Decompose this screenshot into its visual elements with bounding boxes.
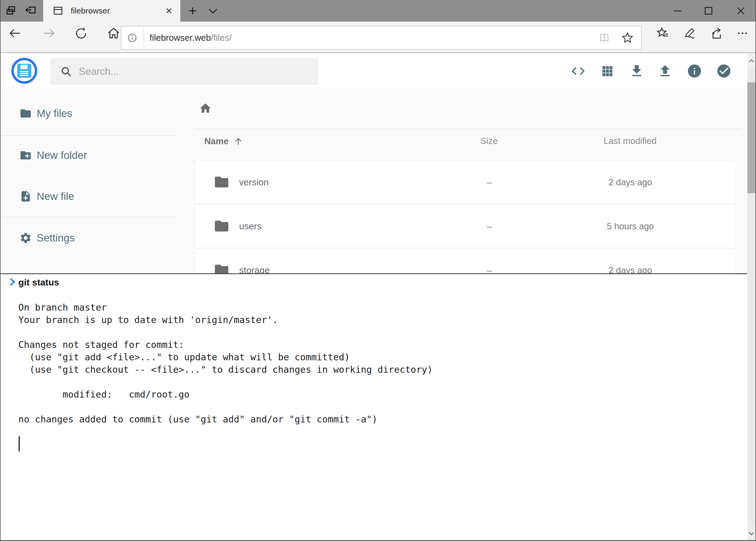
- search-placeholder: Search...: [79, 66, 119, 77]
- maximize-button[interactable]: [696, 0, 721, 22]
- url-host: filebrowser.web: [149, 33, 211, 43]
- browser-tab[interactable]: filebrowser ×: [43, 0, 180, 22]
- sidebar-item-label: New folder: [37, 149, 87, 161]
- file-modified: 2 days ago: [524, 177, 736, 188]
- set-tabs-aside-icon[interactable]: [25, 5, 37, 18]
- file-size: –: [454, 221, 524, 232]
- new-folder-icon: [19, 149, 32, 162]
- favorite-star-icon[interactable]: [621, 31, 634, 44]
- select-multiple-button[interactable]: [716, 63, 732, 79]
- file-list: version – 2 days ago users – 5 hours ago…: [195, 160, 736, 291]
- close-tab-icon[interactable]: ×: [165, 5, 172, 16]
- divider: [1, 217, 175, 218]
- page-icon: [52, 5, 64, 16]
- app-logo[interactable]: [11, 58, 37, 84]
- code-view-button[interactable]: [570, 63, 586, 79]
- hub-favorites-icon[interactable]: [655, 26, 670, 41]
- tab-title: filebrowser: [71, 6, 165, 15]
- file-name: users: [239, 221, 262, 232]
- folder-icon: [213, 174, 230, 190]
- address-bar[interactable]: filebrowser.web/files/: [121, 26, 641, 50]
- download-button[interactable]: [629, 63, 645, 79]
- terminal-command: git status: [18, 276, 59, 288]
- grid-view-button[interactable]: [599, 63, 616, 79]
- tab-preview-icon[interactable]: [5, 5, 17, 18]
- file-name: version: [239, 177, 269, 188]
- home-button[interactable]: [106, 26, 121, 41]
- sidebar-item-label: My files: [37, 108, 72, 119]
- folder-icon: [19, 107, 32, 120]
- browser-window: filebrowser × + filebrowser.web/files/: [0, 0, 756, 541]
- upload-button[interactable]: [657, 63, 673, 79]
- floppy-disk-icon: [17, 64, 31, 78]
- new-tab-button[interactable]: +: [184, 2, 201, 19]
- sidebar-item-new-folder[interactable]: New folder: [0, 145, 174, 166]
- sidebar-item-label: New file: [37, 191, 74, 202]
- settings-icon: [19, 232, 32, 244]
- search-box[interactable]: Search...: [50, 58, 319, 85]
- terminal-output: On branch master Your branch is up to da…: [18, 301, 433, 425]
- terminal-prompt-icon: [7, 276, 18, 288]
- scroll-down-button[interactable]: [747, 526, 755, 541]
- scroll-up-button[interactable]: [747, 54, 755, 69]
- minimize-button[interactable]: [665, 0, 690, 22]
- column-header-modified[interactable]: Last modified: [524, 136, 736, 146]
- refresh-button[interactable]: [74, 26, 89, 41]
- url-text[interactable]: filebrowser.web/files/: [149, 33, 599, 43]
- sidebar-item-new-file[interactable]: New file: [0, 186, 174, 207]
- divider: [195, 129, 741, 129]
- divider: [1, 135, 175, 136]
- forward-button[interactable]: [41, 26, 56, 41]
- scroll-thumb[interactable]: [747, 82, 755, 193]
- sidebar-item-settings[interactable]: Settings: [0, 227, 174, 249]
- sidebar-item-label: Settings: [37, 232, 75, 244]
- tab-dropdown-icon[interactable]: [206, 6, 220, 17]
- scrollbar[interactable]: [747, 54, 755, 541]
- site-info-icon[interactable]: [126, 31, 139, 44]
- breadcrumb-home-icon[interactable]: [199, 102, 212, 116]
- file-list-header: Name Size Last modified: [195, 134, 736, 153]
- terminal-cursor[interactable]: [19, 436, 20, 451]
- share-icon[interactable]: [708, 26, 724, 41]
- more-icon[interactable]: [735, 26, 750, 41]
- web-notes-pen-icon[interactable]: [682, 26, 697, 41]
- divider: [143, 29, 144, 46]
- close-button[interactable]: [729, 0, 753, 22]
- file-modified: 5 hours ago: [524, 221, 736, 232]
- info-button[interactable]: [686, 63, 702, 79]
- new-file-icon: [19, 190, 32, 203]
- column-header-label: Name: [204, 136, 229, 146]
- back-button[interactable]: [8, 26, 23, 41]
- file-size: –: [454, 177, 524, 188]
- column-header-size[interactable]: Size: [454, 136, 524, 146]
- folder-icon: [213, 218, 230, 234]
- url-path: /files/: [211, 33, 232, 43]
- search-icon: [60, 65, 72, 78]
- sort-asc-icon: [233, 136, 244, 147]
- file-row[interactable]: users – 5 hours ago: [195, 205, 736, 249]
- column-header-name[interactable]: Name: [204, 136, 244, 147]
- reading-view-icon[interactable]: [599, 32, 611, 44]
- sidebar-item-my-files[interactable]: My files: [0, 103, 174, 124]
- file-row[interactable]: version – 2 days ago: [195, 161, 736, 205]
